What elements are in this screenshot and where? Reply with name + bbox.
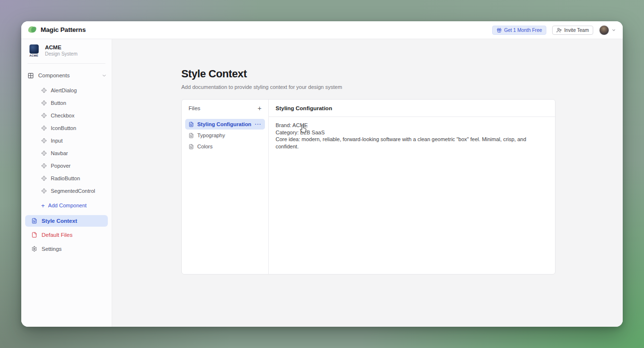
workspace-logo: ACME (28, 44, 40, 58)
sidebar-item-alertdialog[interactable]: AlertDialog (21, 84, 112, 97)
file-text-icon (31, 218, 37, 224)
invite-team-label: Invite Team (564, 28, 589, 33)
page-title: Style Context (181, 68, 247, 80)
component-label: Checkbox (51, 113, 74, 118)
plus-icon: + (41, 203, 45, 209)
chevron-down-icon (102, 73, 107, 78)
get-month-free-button[interactable]: Get 1 Month Free (492, 26, 546, 35)
sidebar-item-button[interactable]: Button (21, 97, 112, 109)
components-list: AlertDialog Button Checkbox IconButton I… (21, 84, 112, 197)
brand-logo[interactable]: Magic Patterns (28, 25, 86, 34)
component-icon (41, 163, 47, 169)
top-bar: Magic Patterns Get 1 Month Free Invite T… (21, 21, 623, 39)
component-label: Button (51, 100, 66, 106)
file-text-icon (189, 133, 194, 138)
component-label: SegmentedControl (51, 188, 95, 194)
components-section-toggle[interactable]: Components (28, 70, 107, 81)
content-body: Brand: ACME Category: B2B SaaS Core idea… (276, 122, 545, 150)
file-icon (31, 232, 37, 238)
file-list: Styling Configuration ··· Typography C (185, 119, 265, 152)
more-options-icon[interactable]: ··· (255, 121, 262, 127)
file-text-icon (189, 122, 194, 127)
sidebar-item-navbar[interactable]: Navbar (21, 147, 112, 160)
sidebar-item-iconbutton[interactable]: IconButton (21, 122, 112, 134)
invite-team-button[interactable]: Invite Team (552, 26, 593, 35)
acme-logo-icon (29, 44, 39, 54)
file-item-colors[interactable]: Colors (185, 141, 265, 152)
gift-icon (497, 28, 502, 33)
add-component-button[interactable]: + Add Component (41, 199, 87, 212)
component-icon (41, 175, 47, 181)
component-label: Navbar (51, 150, 68, 156)
brand-name: Magic Patterns (41, 26, 86, 33)
gear-icon (31, 246, 37, 252)
get-month-free-label: Get 1 Month Free (504, 28, 542, 33)
components-header-label: Components (38, 72, 97, 78)
content-line: Brand: ACME (276, 122, 545, 129)
workspace-switcher[interactable]: ACME ACME Design System (28, 44, 77, 58)
files-panel-header: Files + (182, 100, 268, 117)
user-menu[interactable] (599, 25, 616, 35)
file-item-styling-configuration[interactable]: Styling Configuration ··· (185, 119, 265, 130)
sidebar-item-popover[interactable]: Popover (21, 160, 112, 172)
grid-icon (28, 72, 34, 79)
topbar-actions: Get 1 Month Free Invite Team (492, 21, 616, 39)
component-icon (41, 188, 47, 194)
chevron-down-icon (612, 28, 616, 32)
file-name: Styling Configuration (197, 121, 251, 127)
nav-label: Style Context (42, 218, 77, 224)
content-line: Core idea: modern, reliable, forward-loo… (276, 136, 545, 150)
sidebar: ACME ACME Design System Components Alert… (21, 39, 112, 327)
file-name: Colors (197, 144, 262, 149)
sidebar-item-segmentedcontrol[interactable]: SegmentedControl (21, 185, 112, 197)
component-icon (41, 113, 47, 118)
component-icon (41, 87, 47, 93)
component-label: RadioButton (51, 175, 80, 181)
file-name: Typography (197, 132, 262, 138)
workspace-subtitle: Design System (45, 51, 77, 57)
sidebar-item-checkbox[interactable]: Checkbox (21, 109, 112, 122)
sidebar-item-settings[interactable]: Settings (25, 243, 108, 255)
sidebar-item-input[interactable]: Input (21, 134, 112, 147)
add-component-label: Add Component (48, 203, 87, 208)
magic-patterns-logo-icon (28, 25, 37, 34)
component-label: IconButton (51, 125, 76, 131)
component-label: AlertDialog (51, 87, 77, 93)
nav-label: Settings (42, 246, 62, 252)
component-icon (41, 138, 47, 144)
main-content: Style Context Add documentation to provi… (112, 39, 623, 327)
file-text-icon (189, 144, 194, 149)
sidebar-item-style-context[interactable]: Style Context (25, 215, 108, 227)
sidebar-item-default-files[interactable]: Default Files (25, 229, 108, 241)
component-label: Popover (51, 163, 71, 169)
style-context-card: Files + Styling Configuration ··· (181, 99, 556, 275)
nav-label: Default Files (42, 232, 73, 238)
sidebar-divider (28, 63, 105, 64)
user-plus-icon (556, 28, 562, 33)
file-item-typography[interactable]: Typography (185, 130, 265, 141)
sidebar-nav: Style Context Default Files Settings (25, 215, 108, 257)
acme-logo-caption: ACME (29, 54, 38, 57)
component-icon (41, 125, 47, 131)
files-panel: Files + Styling Configuration ··· (182, 100, 269, 274)
component-label: Input (51, 138, 62, 144)
workspace-name: ACME (45, 44, 77, 51)
component-icon (41, 100, 47, 106)
component-icon (41, 150, 47, 156)
content-panel-title: Styling Configuration (276, 105, 332, 111)
files-header-label: Files (189, 105, 258, 111)
page-subtitle: Add documentation to provide styling con… (181, 84, 342, 90)
app-window: Magic Patterns Get 1 Month Free Invite T… (21, 21, 623, 327)
content-line: Category: B2B SaaS (276, 129, 545, 136)
sidebar-item-radiobutton[interactable]: RadioButton (21, 172, 112, 185)
user-avatar[interactable] (599, 25, 609, 35)
content-panel-header: Styling Configuration (269, 100, 555, 117)
add-file-button[interactable]: + (258, 105, 262, 112)
